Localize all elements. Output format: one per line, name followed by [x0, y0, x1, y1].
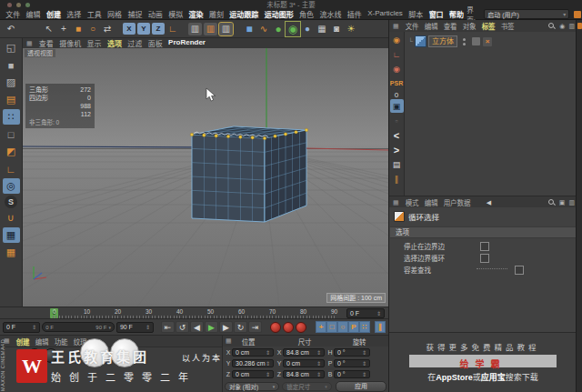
psr-label[interactable]: PSR [390, 76, 404, 90]
apply-button[interactable]: 应用 [336, 381, 386, 392]
menu-item[interactable]: 角色 [296, 9, 316, 19]
ghost-key-icon[interactable]: ▫ [390, 114, 404, 127]
add-generator-button[interactable]: ● [271, 22, 286, 36]
checkbox[interactable] [480, 242, 489, 251]
material-menu-item[interactable]: 功能 [52, 337, 71, 347]
edge-tab-icon[interactable] [577, 23, 582, 29]
texture-mode-icon[interactable]: ▨ [3, 75, 20, 90]
coordinate-system-button[interactable]: ∟ [166, 22, 180, 36]
rotation-field[interactable]: 0 °⇕ [334, 370, 370, 378]
workplane-mode-icon[interactable]: ▤ [3, 92, 20, 107]
menu-item[interactable]: 帮助 [447, 9, 467, 19]
viewport-solo-icon[interactable]: ◎ [3, 178, 20, 194]
material-menu-item[interactable]: 创建 [14, 337, 33, 347]
points-mode-icon[interactable]: ∷ [3, 109, 20, 125]
menu-item[interactable]: 渲染 [186, 9, 206, 19]
enable-axis-icon[interactable]: ∟ [3, 161, 20, 176]
object-menu-item[interactable]: 标签 [479, 21, 498, 31]
add-field-button[interactable]: ● [300, 22, 315, 36]
panel-icon[interactable]: ▥ [568, 23, 575, 30]
rotation-field[interactable]: 0 °⇕ [334, 359, 370, 367]
object-row[interactable]: └ 立方体 × [408, 35, 492, 47]
menu-item[interactable]: 窗口 [426, 9, 446, 19]
record-key-icon[interactable]: ▣ [390, 99, 404, 113]
magnet-icon[interactable]: ∪ [3, 210, 20, 226]
axis-lock-icon[interactable]: ∟ [390, 47, 404, 61]
material-menu-item[interactable]: 编辑 [33, 337, 52, 347]
material-thumbnail[interactable] [27, 348, 42, 363]
viewport-menu-item[interactable]: 显示 [84, 38, 104, 48]
menu-item[interactable]: 工具 [85, 9, 105, 19]
add-spline-button[interactable]: ∿ [256, 22, 271, 36]
history-back-icon[interactable]: ◀ [487, 199, 491, 206]
menu-item[interactable]: 运动图形 [262, 9, 296, 19]
key-position-toggle[interactable]: + [316, 321, 326, 333]
live-selection-tool[interactable]: ↖ [42, 22, 56, 36]
powerslider-toggle[interactable]: ∥ [375, 321, 386, 333]
size-field[interactable]: 84.8 cm⇕ [283, 370, 325, 378]
key-rotation-toggle[interactable]: ○ [337, 321, 348, 333]
add-camera-button[interactable]: ◙ [329, 22, 344, 36]
add-primitive-button[interactable]: ■ [242, 22, 256, 36]
search-icon[interactable] [548, 23, 555, 29]
menu-item[interactable]: 网格 [105, 9, 125, 19]
position-field[interactable]: 30.286 cm⇕ [232, 359, 274, 367]
render-settings-button[interactable]: ▥ [219, 23, 233, 35]
lock-z-axis-button[interactable]: Z [152, 23, 165, 35]
autokey-button[interactable] [283, 322, 294, 333]
material-thumbnail[interactable] [44, 348, 58, 363]
object-menu-item[interactable]: 文件 [403, 21, 422, 31]
position-field[interactable]: 0 cm⇕ [232, 348, 274, 357]
rotation-field[interactable]: 0 °⇕ [334, 348, 370, 357]
stepper-icon[interactable]: ⇕ [146, 324, 150, 330]
last-used-tool[interactable]: ⇄ [100, 22, 115, 36]
lock-x-axis-button[interactable]: X [123, 23, 135, 35]
rotate-tool[interactable]: ○ [85, 22, 100, 36]
model-mode-icon[interactable]: ■ [3, 57, 20, 73]
psr-value[interactable]: 0 [390, 91, 404, 98]
snap-icon[interactable]: S [5, 196, 17, 208]
undo-icon[interactable]: ↶ [4, 22, 18, 36]
polygon-mode-icon[interactable]: ◩ [3, 144, 20, 159]
right-edge-tab-strip[interactable] [576, 20, 582, 392]
key-scale-toggle[interactable]: □ [326, 321, 337, 333]
selection-tag-icon[interactable] [472, 37, 480, 45]
move-tool[interactable]: + [56, 22, 71, 36]
prev-frame-button[interactable]: ◀ [190, 321, 204, 333]
doc-icon[interactable]: ▤ [390, 157, 404, 171]
menu-item[interactable]: 文件 [3, 9, 23, 19]
panel-grid-icon[interactable]: ▦ [393, 199, 399, 206]
menu-item[interactable]: 创建 [44, 9, 64, 19]
menu-item[interactable]: 编辑 [23, 9, 43, 19]
menu-item[interactable]: 流水线 [316, 9, 344, 19]
object-menu-item[interactable]: 查看 [441, 21, 460, 31]
viewport-menu-item[interactable]: 面板 [146, 38, 166, 48]
scale-tool[interactable]: ■ [71, 22, 85, 36]
size-field[interactable]: 0 cm⇕ [283, 359, 325, 367]
attribute-menu-item[interactable]: 编辑 [422, 197, 441, 207]
object-name-label[interactable]: 立方体 [429, 36, 457, 46]
cube-mesh[interactable] [192, 126, 306, 222]
object-manager-tree[interactable]: └ 立方体 × [405, 32, 577, 196]
quantize-icon[interactable]: ▦ [3, 245, 20, 260]
menu-item[interactable]: X-Particles [365, 9, 406, 19]
prev-key-icon[interactable]: < [390, 128, 404, 142]
attribute-menu-item[interactable]: 用户数据 [441, 197, 474, 207]
attribute-menu-item[interactable]: 模式 [403, 197, 422, 207]
goto-start-button[interactable]: ⇤ [161, 321, 175, 333]
phong-tag-icon[interactable]: × [483, 37, 492, 46]
loop-button[interactable]: ↻ [234, 321, 247, 333]
cube-object-icon[interactable] [415, 35, 426, 47]
layout-icon[interactable] [574, 11, 580, 18]
timeline-ruler[interactable]: 0 0102030405060708090 0 F ⇕ [0, 307, 388, 319]
object-menu-item[interactable]: 对象 [460, 21, 479, 31]
goto-end-button[interactable]: ⇥ [248, 321, 262, 333]
filter-icon[interactable]: ◉ [559, 23, 565, 30]
viewport-menu-item[interactable]: 过滤 [125, 38, 145, 48]
slider-icon[interactable]: ∥ [390, 172, 404, 186]
menu-item[interactable]: 捕捉 [125, 9, 145, 19]
menu-item[interactable]: 选择 [64, 9, 84, 19]
menu-item[interactable]: 脚本 [406, 9, 426, 19]
stepper-icon[interactable]: ⇕ [376, 310, 381, 317]
play-backward-button[interactable]: ↺ [176, 321, 189, 333]
